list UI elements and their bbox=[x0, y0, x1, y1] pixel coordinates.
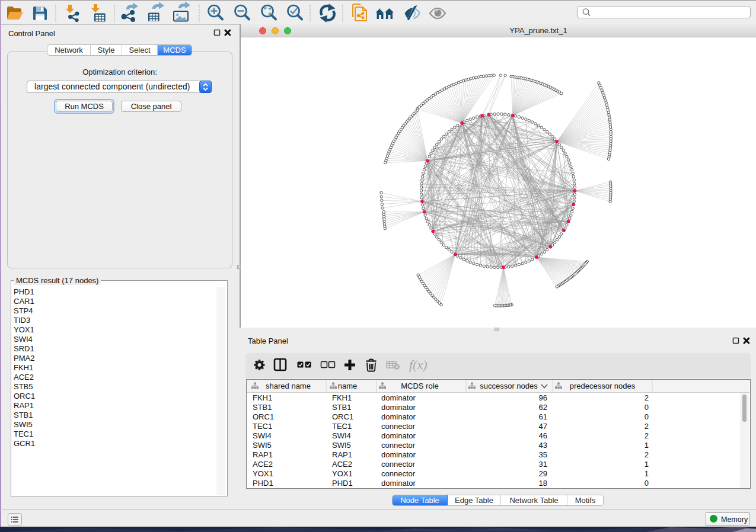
svg-text:0: 0 bbox=[645, 479, 649, 488]
svg-text:dominator: dominator bbox=[381, 431, 416, 440]
svg-text:SWI5: SWI5 bbox=[332, 441, 351, 450]
svg-text:FKH1: FKH1 bbox=[332, 393, 352, 402]
svg-text:SWI4: SWI4 bbox=[253, 431, 272, 440]
svg-text:FKH1: FKH1 bbox=[253, 393, 272, 402]
svg-text:name: name bbox=[338, 382, 358, 390]
svg-text:18: 18 bbox=[539, 479, 547, 488]
svg-text:TEC1: TEC1 bbox=[253, 422, 272, 431]
svg-text:2: 2 bbox=[645, 431, 649, 440]
svg-text:96: 96 bbox=[539, 393, 547, 402]
svg-text:dominator: dominator bbox=[381, 393, 416, 402]
svg-text:TEC1: TEC1 bbox=[332, 422, 352, 431]
svg-text:connector: connector bbox=[381, 469, 416, 478]
svg-text:43: 43 bbox=[539, 441, 547, 450]
svg-text:0: 0 bbox=[645, 412, 649, 421]
svg-text:31: 31 bbox=[539, 460, 547, 469]
svg-text:STB1: STB1 bbox=[332, 403, 352, 412]
svg-text:2: 2 bbox=[645, 450, 649, 459]
svg-text:connector: connector bbox=[381, 441, 416, 450]
svg-text:35: 35 bbox=[539, 450, 547, 459]
svg-text:connector: connector bbox=[381, 460, 416, 469]
svg-text:1: 1 bbox=[645, 441, 649, 450]
svg-text:ORC1: ORC1 bbox=[332, 412, 353, 421]
svg-text:1: 1 bbox=[645, 469, 649, 478]
svg-text:dominator: dominator bbox=[381, 412, 416, 421]
svg-text:1: 1 bbox=[645, 460, 649, 469]
svg-text:dominator: dominator bbox=[381, 450, 416, 459]
svg-text:YOX1: YOX1 bbox=[332, 469, 353, 478]
svg-text:0: 0 bbox=[645, 403, 649, 412]
svg-text:predecessor nodes: predecessor nodes bbox=[570, 382, 636, 390]
svg-text:RAP1: RAP1 bbox=[253, 450, 273, 459]
svg-text:dominator: dominator bbox=[381, 403, 416, 412]
svg-text:PHD1: PHD1 bbox=[253, 479, 273, 488]
svg-text:2: 2 bbox=[645, 422, 649, 431]
svg-text:62: 62 bbox=[539, 403, 547, 412]
svg-text:ACE2: ACE2 bbox=[332, 460, 352, 469]
svg-text:2: 2 bbox=[645, 393, 649, 402]
svg-text:STB1: STB1 bbox=[253, 403, 272, 412]
svg-text:ACE2: ACE2 bbox=[253, 460, 273, 469]
svg-text:RAP1: RAP1 bbox=[332, 450, 352, 459]
svg-text:YOX1: YOX1 bbox=[253, 469, 273, 478]
svg-text:ORC1: ORC1 bbox=[253, 412, 274, 421]
svg-text:f(x): f(x) bbox=[409, 357, 428, 372]
svg-text:29: 29 bbox=[539, 469, 547, 478]
svg-text:shared name: shared name bbox=[266, 382, 311, 390]
svg-text:PHD1: PHD1 bbox=[332, 479, 353, 488]
svg-text:61: 61 bbox=[539, 412, 547, 421]
svg-text:SWI4: SWI4 bbox=[332, 431, 351, 440]
svg-text:successor nodes: successor nodes bbox=[480, 382, 538, 390]
svg-text:47: 47 bbox=[539, 422, 547, 431]
svg-text:connector: connector bbox=[381, 422, 416, 431]
svg-text:dominator: dominator bbox=[381, 479, 416, 488]
svg-text:46: 46 bbox=[539, 431, 547, 440]
svg-text:SWI5: SWI5 bbox=[253, 441, 272, 450]
svg-text:MCDS role: MCDS role bbox=[401, 382, 439, 390]
